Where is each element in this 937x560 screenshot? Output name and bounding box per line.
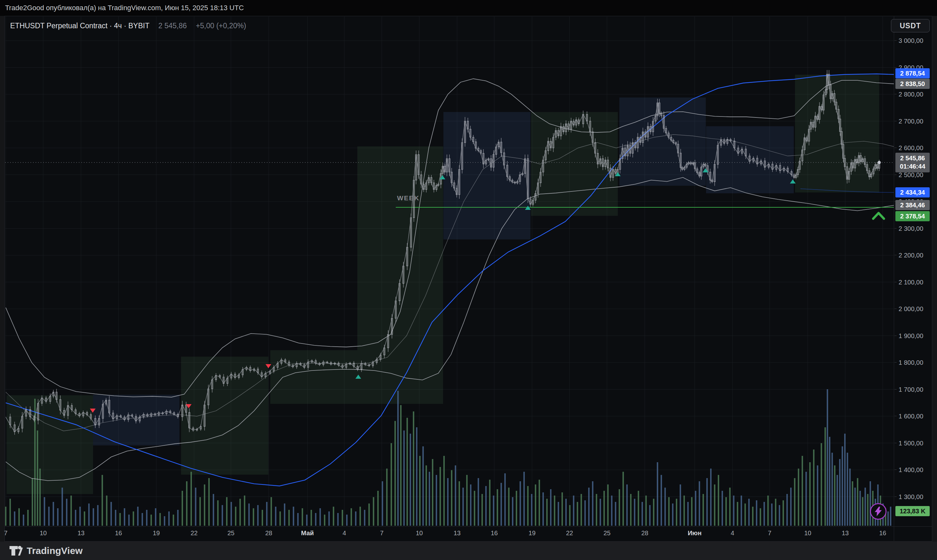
tradingview-mark-icon [9, 545, 23, 557]
price-tick-label: 2 800,00 [898, 91, 923, 98]
price-tick-label: 2 200,00 [898, 251, 923, 259]
snapshot-caption-bar: Trade2Good опубликовал(а) на TradingView… [0, 0, 937, 16]
price-tick-label: 1 600,00 [898, 412, 923, 420]
currency-toggle-button[interactable]: USDT [891, 19, 930, 32]
weekly-range-box[interactable] [620, 97, 706, 186]
weekly-range-box[interactable] [181, 357, 268, 475]
chip-price-line: 2 545,86 [895, 154, 930, 162]
time-tick-label: 7 [380, 529, 384, 537]
time-tick-label: 16 [879, 529, 886, 537]
lightning-button[interactable] [870, 503, 886, 520]
price-chart[interactable] [0, 0, 937, 560]
weekly-range-box[interactable] [358, 146, 443, 404]
ma2-price-chip: 2 434,34 [895, 187, 930, 197]
time-tick-label: 22 [566, 529, 573, 537]
time-tick-label: 4 [730, 529, 734, 537]
price-tick-label: 2 100,00 [898, 278, 923, 286]
time-tick-label: 10 [40, 529, 47, 537]
time-tick-label: 28 [641, 529, 648, 537]
last-price-value: 2 545,86 [158, 22, 187, 30]
ma-price-chip: 2 878,54 [895, 68, 930, 78]
upper-band-chip: 2 838,50 [895, 79, 930, 89]
time-tick-label: 10 [804, 529, 811, 537]
time-tick-label: 22 [191, 529, 197, 537]
symbol-header: ETHUSDT Perpetual Contract · 4ч · BYBIT … [10, 22, 246, 30]
week-line-label[interactable]: WEEK [397, 194, 419, 202]
time-tick-label: 4 [342, 529, 346, 537]
price-tick-label: 1 700,00 [898, 386, 923, 393]
current-price-chip: 2 545,8601:46:44 [895, 153, 930, 172]
time-tick-label: 7 [4, 529, 7, 537]
weekly-range-box[interactable] [7, 395, 93, 494]
time-tick-label: 25 [604, 529, 610, 537]
tradingview-logo[interactable]: TradingView [9, 545, 83, 557]
price-change-value: +5,00 (+0,20%) [196, 22, 246, 30]
tradingview-logo-text: TradingView [27, 545, 83, 556]
time-tick-label: 13 [453, 529, 461, 537]
volume-value-chip: 123,83 K [895, 506, 930, 516]
price-tick-label: 3 000,00 [898, 37, 923, 45]
time-tick-label: 13 [842, 529, 849, 537]
last-price-dot [878, 161, 881, 164]
price-tick-label: 2 300,00 [898, 225, 923, 232]
chip-countdown-line: 01:46:44 [895, 162, 930, 171]
time-tick-label: 25 [227, 529, 234, 537]
price-tick-label: 1 300,00 [898, 493, 923, 501]
price-tick-label: 1 400,00 [898, 466, 923, 474]
price-tick-label: 1 800,00 [898, 359, 923, 366]
time-tick-label: 19 [153, 529, 160, 537]
chevron-up-icon[interactable] [873, 213, 884, 219]
weekly-range-boxes[interactable] [7, 75, 879, 494]
time-tick-label: 10 [416, 529, 423, 537]
symbol-title[interactable]: ETHUSDT Perpetual Contract · 4ч · BYBIT [10, 22, 149, 30]
time-tick-label: 19 [529, 529, 536, 537]
price-tick-label: 2 000,00 [898, 305, 923, 313]
price-tick-label: 1 500,00 [898, 439, 923, 447]
time-tick-month-label: Июн [688, 529, 702, 537]
time-tick-label: 13 [77, 529, 85, 537]
lower-band-chip: 2 384,46 [895, 200, 930, 210]
time-tick-label: 7 [768, 529, 771, 537]
weekly-range-box[interactable] [706, 126, 794, 193]
snapshot-caption: Trade2Good опубликовал(а) на TradingView… [5, 4, 244, 12]
tradingview-snapshot-page: { "top_bar": {"text": "Trade2Good опубли… [0, 0, 937, 560]
lightning-icon [875, 507, 882, 516]
weekly-range-box[interactable] [444, 112, 530, 239]
price-tick-label: 2 700,00 [898, 117, 923, 125]
time-tick-month-label: Май [301, 529, 314, 537]
footer-bar: TradingView [0, 542, 937, 560]
plot-area [5, 17, 894, 526]
weekly-range-box[interactable] [795, 75, 879, 192]
time-tick-label: 16 [115, 529, 122, 537]
price-tick-label: 1 900,00 [898, 332, 923, 340]
time-tick-label: 28 [265, 529, 272, 537]
time-tick-label: 16 [491, 529, 498, 537]
price-tick-label: 2 600,00 [898, 144, 923, 152]
hline-price-chip: 2 378,54 [895, 211, 930, 221]
time-axis[interactable]: 710131619222528Май4710131619222528Июн471… [5, 526, 932, 541]
price-axis[interactable]: 3 000,002 900,002 800,002 700,002 600,00… [894, 16, 932, 541]
